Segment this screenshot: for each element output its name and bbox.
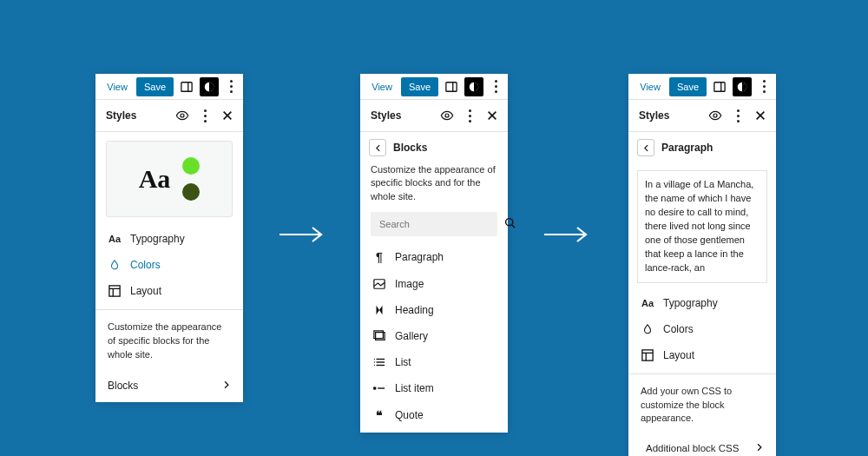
search-input[interactable]: [379, 219, 499, 229]
view-link[interactable]: View: [102, 78, 133, 96]
view-link[interactable]: View: [366, 78, 398, 96]
styles-toggle-icon[interactable]: [733, 77, 752, 96]
eye-icon[interactable]: [707, 107, 724, 124]
svg-rect-8: [109, 286, 120, 296]
breadcrumb: Blocks: [360, 132, 508, 163]
block-label: Quote: [395, 409, 424, 421]
sidebar-toggle-icon[interactable]: [710, 77, 729, 96]
paragraph-icon: ¶: [372, 250, 386, 264]
panel-title: Styles: [371, 109, 433, 122]
top-toolbar: View Save: [360, 74, 508, 100]
options-menu-icon[interactable]: [755, 80, 773, 93]
block-item-paragraph[interactable]: ¶ Paragraph: [360, 243, 508, 271]
menu-label: Layout: [130, 285, 161, 297]
close-icon[interactable]: [219, 107, 236, 124]
block-label: Image: [395, 278, 424, 290]
options-icon[interactable]: [729, 107, 746, 124]
panel-title: Styles: [106, 109, 168, 122]
svg-rect-2: [181, 82, 192, 91]
view-link[interactable]: View: [635, 78, 666, 96]
back-button[interactable]: [637, 139, 654, 156]
close-icon[interactable]: [483, 107, 501, 124]
menu-item-colors[interactable]: Colors: [628, 316, 776, 342]
block-item-image[interactable]: Image: [360, 271, 508, 297]
block-item-list-item[interactable]: List item: [360, 375, 508, 401]
panel-header: Styles: [360, 100, 508, 132]
block-label: List item: [395, 382, 434, 394]
eye-icon[interactable]: [438, 107, 456, 124]
top-toolbar: View Save: [95, 74, 243, 100]
back-button[interactable]: [369, 139, 386, 156]
menu-item-layout[interactable]: Layout: [628, 342, 776, 368]
options-icon[interactable]: [461, 107, 478, 124]
list-item-icon: [372, 382, 386, 394]
list-icon: [372, 356, 386, 368]
block-label: Gallery: [395, 330, 428, 342]
heading-icon: [372, 304, 386, 316]
breadcrumb-label: Paragraph: [661, 142, 713, 154]
svg-point-5: [181, 114, 184, 117]
menu-label: Layout: [663, 349, 694, 361]
close-icon[interactable]: [752, 107, 769, 124]
options-menu-icon[interactable]: [222, 80, 240, 93]
menu-item-typography[interactable]: Aa Typography: [628, 290, 776, 316]
svg-point-33: [713, 114, 717, 117]
sidebar-toggle-icon[interactable]: [442, 77, 461, 96]
blocks-label: Blocks: [108, 380, 138, 392]
footnote-text: Customize the appearance of specific blo…: [95, 310, 243, 371]
colors-icon: [641, 323, 654, 335]
menu-label: Typography: [130, 233, 185, 245]
block-item-quote[interactable]: ❝ Quote: [360, 401, 508, 433]
sidebar-toggle-icon[interactable]: [177, 77, 196, 96]
svg-rect-36: [642, 349, 653, 360]
search-icon: [504, 217, 516, 231]
options-icon[interactable]: [196, 107, 214, 124]
svg-point-17: [506, 219, 513, 226]
color-swatch-dark: [182, 183, 200, 201]
block-label: List: [395, 356, 411, 368]
save-button[interactable]: Save: [136, 77, 174, 96]
quote-icon: ❝: [372, 408, 386, 422]
chevron-right-icon: [222, 380, 231, 392]
styles-panel-blocks: View Save Styles Blocks: [360, 74, 508, 433]
menu-item-colors[interactable]: Colors: [95, 252, 243, 278]
save-button[interactable]: Save: [669, 77, 707, 96]
additional-css-label: Additional block CSS: [641, 443, 739, 453]
menu-item-layout[interactable]: Layout: [95, 278, 243, 304]
panel-description: Customize the appearance of specific blo…: [360, 163, 508, 212]
panel-header: Styles: [628, 100, 776, 132]
typography-icon: Aa: [641, 298, 654, 308]
colors-icon: [108, 259, 122, 271]
menu-item-typography[interactable]: Aa Typography: [95, 226, 243, 252]
search-box[interactable]: [371, 212, 497, 236]
menu-label: Typography: [663, 297, 718, 309]
panel-title: Styles: [639, 109, 701, 122]
svg-rect-30: [714, 82, 725, 91]
block-label: Heading: [395, 304, 434, 316]
panel-header: Styles: [95, 100, 243, 132]
image-icon: [372, 278, 386, 290]
breadcrumb-label: Blocks: [393, 142, 427, 154]
block-item-gallery[interactable]: Gallery: [360, 323, 508, 349]
styles-toggle-icon[interactable]: [464, 77, 483, 96]
styles-toggle-icon[interactable]: [200, 77, 219, 96]
block-label: Paragraph: [395, 251, 444, 263]
chevron-right-icon: [755, 443, 764, 453]
block-item-heading[interactable]: Heading: [360, 297, 508, 323]
color-swatches: [182, 157, 200, 201]
additional-css-row[interactable]: Additional block CSS: [628, 434, 776, 456]
block-item-list[interactable]: List: [360, 349, 508, 375]
options-menu-icon[interactable]: [487, 80, 504, 93]
menu-label: Colors: [663, 323, 694, 335]
svg-point-28: [374, 387, 376, 389]
save-button[interactable]: Save: [401, 77, 438, 96]
blocks-nav-row[interactable]: Blocks: [95, 371, 243, 402]
layout-icon: [641, 349, 654, 361]
typography-sample: Aa: [139, 164, 171, 194]
eye-icon[interactable]: [174, 107, 191, 124]
svg-rect-11: [446, 82, 457, 91]
arrow-icon: [542, 224, 590, 245]
top-toolbar: View Save: [628, 74, 776, 100]
style-preview-swatch[interactable]: Aa: [106, 141, 233, 217]
footnote-text: Add your own CSS to customize the block …: [628, 374, 776, 435]
